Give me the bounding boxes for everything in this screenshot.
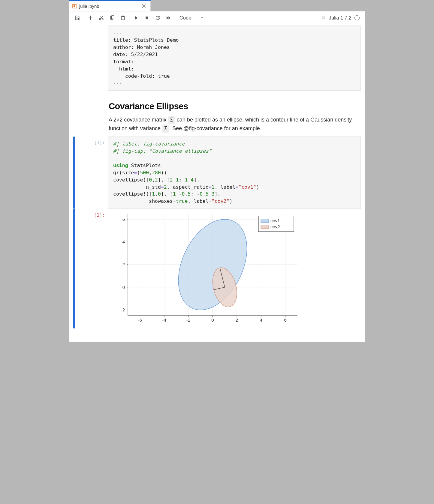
copy-button[interactable] [107,13,117,22]
output-plot: -6-4-20246-20246cov1cov2 [108,209,361,328]
raw-cell-content[interactable]: --- title: StatsPlots Demo author: Norah… [108,26,361,91]
save-button[interactable] [72,13,82,22]
svg-rect-8 [146,16,148,19]
code-editor[interactable]: #| label: fig-covariance #| fig-cap: "Co… [108,136,361,209]
svg-text:6: 6 [284,317,286,322]
cell-type-select[interactable]: Code [176,14,207,22]
notebook-frame: julia.ipynb [69,0,365,342]
tab-title: julia.ipynb [79,4,139,9]
prompt-out: [1]: [76,209,108,328]
debugger-icon[interactable] [321,15,326,21]
insert-cell-button[interactable] [85,13,95,22]
svg-rect-52 [261,219,269,223]
paste-button[interactable] [118,13,128,22]
svg-text:4: 4 [122,239,125,244]
svg-rect-5 [111,16,114,19]
svg-text:-2: -2 [121,307,125,312]
run-button[interactable] [131,13,141,22]
sigma-chip: Σ [162,124,169,133]
svg-text:cov1: cov1 [270,218,280,223]
markdown-paragraph: A 2×2 covariance matrix Σ can be plotted… [109,116,360,133]
run-all-button[interactable] [163,13,173,22]
notebook-icon [72,4,77,9]
svg-text:cov2: cov2 [270,224,280,229]
svg-text:2: 2 [122,262,125,267]
tab-julia-ipynb[interactable]: julia.ipynb [69,0,151,11]
svg-point-2 [99,18,101,20]
tabbar: julia.ipynb [69,0,365,11]
cell-markdown[interactable]: Covariance Ellipses A 2×2 covariance mat… [69,91,365,136]
sigma-chip: Σ [168,116,175,124]
svg-text:4: 4 [260,317,262,322]
svg-rect-1 [74,5,75,7]
svg-point-9 [322,16,325,19]
notebook-body: --- title: StatsPlots Demo author: Norah… [69,24,365,332]
svg-text:-2: -2 [186,317,190,322]
svg-point-3 [102,18,103,20]
covariance-plot: -6-4-20246-20246cov1cov2 [110,211,302,325]
restart-button[interactable] [152,13,163,22]
cell-code[interactable]: [1]: #| label: fig-covariance #| fig-cap… [69,136,365,209]
svg-text:0: 0 [122,285,125,290]
stop-button[interactable] [142,13,152,22]
cell-type-label: Code [179,15,191,21]
svg-text:2: 2 [236,317,238,322]
markdown-rendered: Covariance Ellipses A 2×2 covariance mat… [108,91,361,136]
cut-button[interactable] [96,13,106,22]
kernel-status-icon[interactable] [354,15,360,20]
svg-text:-6: -6 [138,317,142,322]
svg-text:-4: -4 [162,317,166,322]
cell-output: [1]: -6-4-20246-20246cov1cov2 [69,209,365,328]
cell-raw[interactable]: --- title: StatsPlots Demo author: Norah… [69,26,365,91]
prompt-in: [1]: [76,136,108,209]
cell-gutter-active [73,136,75,209]
svg-text:0: 0 [211,317,214,322]
toolbar: Code Julia 1.7.2 [69,11,365,24]
heading-covariance: Covariance Ellipses [109,101,360,111]
tab-close-icon[interactable] [141,3,146,9]
kernel-name[interactable]: Julia 1.7.2 [329,15,351,21]
cell-gutter-active [73,209,75,328]
svg-rect-54 [261,225,269,229]
svg-text:6: 6 [122,217,125,222]
chevron-down-icon [200,16,204,20]
